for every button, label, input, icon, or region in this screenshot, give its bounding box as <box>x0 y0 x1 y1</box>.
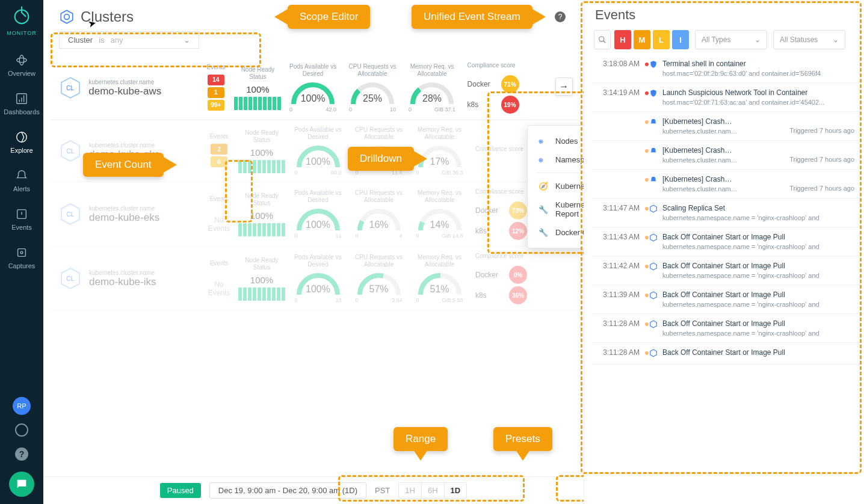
event-item[interactable]: [Kubernetes] Crash…kubernetes.cluster.na… <box>591 112 860 141</box>
severity-M[interactable]: M <box>634 30 650 49</box>
svg-point-14 <box>599 37 604 41</box>
pause-button[interactable]: Paused <box>160 483 201 498</box>
preset-6H[interactable]: 6H <box>422 483 445 498</box>
event-item[interactable]: 3:11:39 AMBack Off Container Start or Im… <box>591 285 860 314</box>
record-icon[interactable] <box>15 423 28 437</box>
severity-H[interactable]: H <box>614 30 631 49</box>
cluster-list: CLkubernetes.cluster.namedemo-kube-awsEv… <box>43 56 584 504</box>
severity-L[interactable]: L <box>653 30 670 49</box>
chat-fab[interactable] <box>9 472 34 497</box>
cluster-row[interactable]: CLkubernetes.cluster.namedemo-kube-gkeEv… <box>51 120 578 182</box>
svg-marker-18 <box>650 292 657 299</box>
svg-marker-16 <box>650 234 657 241</box>
chevron-down-icon: ⌄ <box>184 35 190 45</box>
nav-events[interactable]: Events <box>4 200 39 238</box>
time-presets: 1H6H1D <box>398 482 467 499</box>
svg-point-2 <box>19 55 23 66</box>
timezone: PST <box>375 486 390 495</box>
event-item[interactable]: 3:11:28 AMBack Off Container Start or Im… <box>591 314 860 343</box>
drilldown-item[interactable]: ⎈Nodes <box>528 132 584 150</box>
cluster-icon: CL <box>60 76 80 99</box>
header: Clusters ? <box>43 0 584 31</box>
svg-marker-17 <box>650 263 657 270</box>
event-item[interactable]: [Kubernetes] Crash…kubernetes.cluster.na… <box>591 141 860 170</box>
drilldown-item[interactable]: ⎈Namespaces <box>528 150 584 169</box>
chevron-down-icon: ⌄ <box>833 35 839 44</box>
drilldown-item[interactable]: 🧭Kubernetes Cluster Overview <box>528 177 584 195</box>
nav-explore[interactable]: Explore <box>4 123 39 161</box>
svg-marker-20 <box>650 349 657 357</box>
svg-point-7 <box>20 251 23 254</box>
cluster-row[interactable]: CLkubernetes.cluster.namedemo-kube-iksEv… <box>51 247 578 311</box>
svg-marker-8 <box>61 10 73 23</box>
scope-editor[interactable]: Cluster is any ⌄ <box>59 31 199 49</box>
svg-point-4 <box>17 132 27 143</box>
events-filter: HMLI All Types⌄ All Statuses⌄ <box>591 30 864 49</box>
nav-captures[interactable]: Captures <box>4 238 39 277</box>
cluster-icon: CL <box>60 267 81 290</box>
cluster-row[interactable]: CLkubernetes.cluster.namedemo-kube-awsEv… <box>51 56 578 120</box>
event-item[interactable]: 3:11:42 AMBack Off Container Start or Im… <box>591 256 860 285</box>
cluster-icon: CL <box>60 140 81 162</box>
event-item[interactable]: [Kubernetes] Crash…kubernetes.cluster.na… <box>591 170 860 198</box>
nav-dashboards[interactable]: Dashboards <box>4 84 39 123</box>
nav-overview[interactable]: Overview <box>4 46 39 84</box>
event-item[interactable]: 3:11:43 AMBack Off Container Start or Im… <box>591 227 860 256</box>
chevron-down-icon: ⌄ <box>754 35 761 44</box>
scope-op: is <box>99 35 104 45</box>
brand: MONITOR <box>7 30 36 36</box>
event-item[interactable]: 3:18:08 AMTerminal shell in containerhos… <box>591 54 860 83</box>
time-bar: Paused Dec 19, 9:00 am - Dec 20, 9:00 am… <box>43 476 584 504</box>
events-list: 3:18:08 AMTerminal shell in containerhos… <box>591 54 864 504</box>
event-item[interactable]: 3:11:47 AMScaling Replica Setkubernetes.… <box>591 198 860 227</box>
nav-alerts[interactable]: Alerts <box>4 161 39 200</box>
types-select[interactable]: All Types⌄ <box>695 30 767 49</box>
logo-icon <box>11 5 32 28</box>
svg-marker-15 <box>650 205 657 212</box>
cluster-icon: CL <box>60 203 81 226</box>
severity-I[interactable]: I <box>672 30 689 49</box>
sidebar: MONITOR OverviewDashboardsExploreAlertsE… <box>0 0 43 504</box>
events-panel: Events HMLI All Types⌄ All Statuses⌄ 3:1… <box>584 0 864 504</box>
scope-field: Cluster <box>68 35 93 45</box>
cluster-row[interactable]: CLkubernetes.cluster.namedemo-kube-eksEv… <box>51 182 578 247</box>
events-title: Events <box>591 7 864 23</box>
svg-rect-6 <box>18 249 26 257</box>
event-item[interactable]: 3:11:28 AMBack Off Container Start or Im… <box>591 343 860 364</box>
event-item[interactable]: 3:14:19 AMLaunch Suspicious Network Tool… <box>591 83 860 112</box>
statuses-select[interactable]: All Statuses⌄ <box>773 30 845 49</box>
drilldown-button[interactable]: → <box>555 78 573 96</box>
page-help-icon[interactable]: ? <box>555 11 566 22</box>
k8s-icon <box>59 9 75 25</box>
scope-value: any <box>111 35 123 45</box>
svg-point-1 <box>17 58 27 62</box>
svg-point-9 <box>64 14 70 20</box>
avatar[interactable]: RP <box>13 397 31 415</box>
drilldown-item[interactable]: 🔧Docker Compliance Report <box>528 223 584 242</box>
main: ➤ Clusters ? Cluster is any ⌄ CLkubernet… <box>43 0 584 504</box>
drilldown-item[interactable]: 🔧Kubernetes Compliance Report <box>528 195 584 223</box>
svg-marker-19 <box>650 321 657 328</box>
drilldown-menu: ⎈Nodes⎈Namespaces🧭Kubernetes Cluster Ove… <box>527 125 584 248</box>
search-icon[interactable] <box>594 30 611 49</box>
preset-1H[interactable]: 1H <box>399 483 422 498</box>
help-icon[interactable]: ? <box>15 447 28 461</box>
time-range[interactable]: Dec 19, 9:00 am - Dec 20, 9:00 am (1D) <box>209 482 366 499</box>
preset-1D[interactable]: 1D <box>445 483 467 498</box>
